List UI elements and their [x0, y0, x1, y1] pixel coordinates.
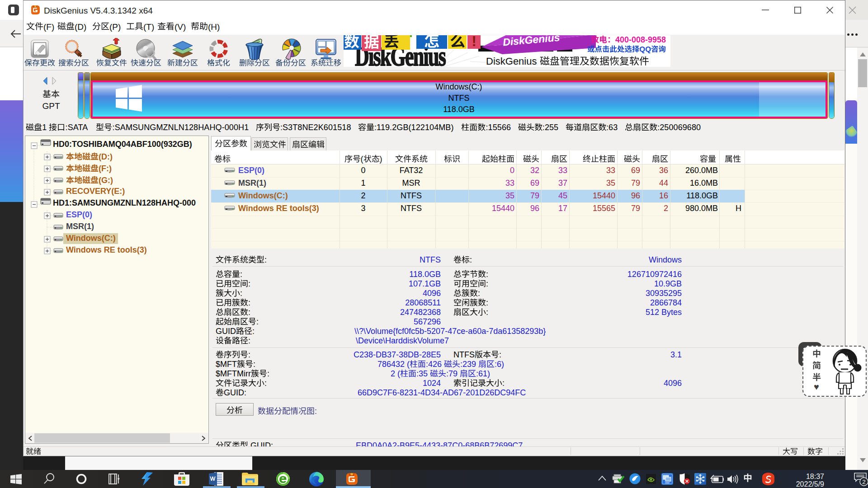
- svg-text:intel: intel: [665, 481, 669, 484]
- svg-text:2: 2: [862, 479, 866, 485]
